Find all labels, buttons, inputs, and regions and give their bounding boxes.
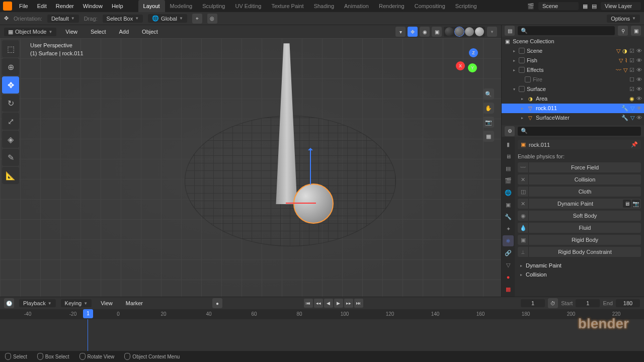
navigation-gizmo[interactable]: Z X Y bbox=[456, 48, 491, 83]
outliner-tree[interactable]: ▣Scene Collection ▸ Scene ▽◑ ☑👁 ▸ Fish ▽… bbox=[502, 37, 644, 125]
tool-annotate[interactable]: ✎ bbox=[2, 149, 19, 166]
zoom-icon[interactable]: 🔍 bbox=[483, 88, 494, 100]
workspace-texture[interactable]: Texture Paint bbox=[266, 0, 308, 12]
play-forward[interactable]: ▶ bbox=[334, 299, 343, 308]
gizmo-z-axis[interactable] bbox=[310, 149, 311, 185]
view-menu[interactable]: View bbox=[61, 26, 82, 38]
current-frame[interactable]: 1 bbox=[521, 299, 545, 307]
tab-world[interactable]: 🌐 bbox=[503, 187, 514, 198]
menu-render[interactable]: Render bbox=[52, 0, 78, 12]
physics-rigidbody[interactable]: ▣Rigid Body bbox=[518, 235, 641, 245]
browse-scene-icon[interactable]: ▦ bbox=[583, 3, 588, 10]
jump-end[interactable]: ⏭ bbox=[354, 299, 363, 308]
timeline-view[interactable]: View bbox=[97, 297, 117, 309]
physics-rigidbodyconstraint[interactable]: ⟂Rigid Body Constraint bbox=[518, 247, 641, 257]
playhead[interactable]: 1 bbox=[83, 309, 93, 318]
tool-scale[interactable]: ⤢ bbox=[2, 113, 19, 130]
outliner-new-collection[interactable]: ▣ bbox=[631, 26, 641, 36]
tab-constraints[interactable]: 🔗 bbox=[503, 247, 514, 258]
tool-move[interactable]: ✥ bbox=[2, 76, 19, 94]
workspace-scripting[interactable]: Scripting bbox=[450, 0, 482, 12]
axis-x[interactable]: X bbox=[456, 61, 465, 70]
tab-mesh[interactable]: ▽ bbox=[503, 259, 514, 270]
perspective-icon[interactable]: ▦ bbox=[483, 131, 494, 142]
tree-item-surfacewater[interactable]: ▸▽ SurfaceWater 🔧▽ 👁 bbox=[502, 113, 644, 123]
tool-transform[interactable]: ◈ bbox=[2, 131, 19, 148]
select-menu[interactable]: Select bbox=[87, 26, 110, 38]
snap-toggle[interactable]: ⌖ bbox=[192, 14, 202, 24]
outliner-filter[interactable]: ⚲ bbox=[618, 26, 628, 36]
xray-toggle[interactable]: ▣ bbox=[432, 27, 442, 37]
outliner-search[interactable]: 🔍 bbox=[518, 26, 615, 35]
workspace-rendering[interactable]: Rendering bbox=[374, 0, 410, 12]
orientation-dropdown[interactable]: Default▼ bbox=[47, 15, 79, 23]
props-display[interactable]: ⚙ bbox=[505, 126, 515, 136]
tab-output[interactable]: 🖥 bbox=[503, 151, 514, 162]
tab-texture[interactable]: ▩ bbox=[503, 284, 514, 295]
panel-collision[interactable]: ▸Collision bbox=[518, 270, 641, 279]
physics-collision[interactable]: ✕Collision bbox=[518, 174, 641, 185]
props-search[interactable]: 🔍 bbox=[518, 127, 641, 136]
menu-edit[interactable]: Edit bbox=[33, 0, 51, 12]
tab-particles[interactable]: ✦ bbox=[503, 223, 514, 234]
physics-fluid[interactable]: 💧Fluid bbox=[518, 223, 641, 233]
camera-icon[interactable]: 📷 bbox=[483, 117, 494, 128]
physics-cloth[interactable]: ◫Cloth bbox=[518, 187, 641, 197]
menu-file[interactable]: File bbox=[15, 0, 32, 12]
tree-item-fish[interactable]: ▸ Fish ▽⌇ ☑👁 bbox=[502, 56, 644, 65]
timeline-track[interactable] bbox=[0, 319, 644, 351]
tool-measure[interactable]: 📐 bbox=[2, 167, 19, 184]
tree-item-area[interactable]: ▸◑ Area ◉ 👁 bbox=[502, 94, 644, 104]
play-reverse[interactable]: ◀ bbox=[324, 299, 333, 308]
select-visibility[interactable]: ▾ bbox=[395, 27, 406, 37]
preview-range-icon[interactable]: ⏱ bbox=[548, 298, 558, 308]
outliner-display-mode[interactable]: ▤ bbox=[505, 26, 515, 36]
tool-rotate[interactable]: ↻ bbox=[2, 95, 19, 112]
workspace-compositing[interactable]: Compositing bbox=[410, 0, 450, 12]
tree-item-surface[interactable]: ▾ Surface ☑👁 bbox=[502, 84, 644, 94]
overlay-toggle[interactable]: ◉ bbox=[420, 27, 430, 37]
tree-item-rock011[interactable]: ▸▽ rock.011 🔧▽ 👁 bbox=[502, 104, 644, 113]
tree-scene-collection[interactable]: ▣Scene Collection bbox=[502, 37, 644, 46]
add-menu[interactable]: Add bbox=[115, 26, 133, 38]
axis-y[interactable]: Y bbox=[468, 63, 477, 72]
workspace-sculpting[interactable]: Sculpting bbox=[197, 0, 230, 12]
options-dropdown[interactable]: Options▼ bbox=[607, 15, 640, 23]
workspace-animation[interactable]: Animation bbox=[339, 0, 374, 12]
shading-solid[interactable] bbox=[455, 27, 464, 36]
cursor-tool-icon[interactable]: ✥ bbox=[4, 15, 9, 22]
physics-forcefield[interactable]: 〰Force Field bbox=[518, 162, 641, 172]
workspace-uv[interactable]: UV Editing bbox=[230, 0, 266, 12]
tab-modifiers[interactable]: 🔧 bbox=[503, 211, 514, 222]
axis-z[interactable]: Z bbox=[469, 48, 478, 57]
timeline-ruler[interactable]: -40 -20 0 20 40 60 80 100 120 140 160 18… bbox=[0, 309, 644, 319]
viewlayer-field[interactable]: View Layer bbox=[601, 2, 641, 10]
shading-material[interactable] bbox=[465, 27, 474, 36]
timeline-mode[interactable]: 🕐 bbox=[4, 298, 14, 308]
pin-icon[interactable]: 📌 bbox=[631, 141, 638, 148]
object-menu[interactable]: Object bbox=[138, 26, 162, 38]
timeline-marker[interactable]: Marker bbox=[122, 297, 147, 309]
drag-dropdown[interactable]: Select Box▼ bbox=[103, 15, 143, 23]
pan-icon[interactable]: ✋ bbox=[483, 103, 494, 114]
tab-material[interactable]: ● bbox=[503, 272, 514, 283]
panel-dynamicpaint[interactable]: ▸Dynamic Paint bbox=[518, 261, 641, 270]
tab-physics[interactable]: ⚛ bbox=[503, 235, 514, 246]
tab-render[interactable]: ▮ bbox=[503, 139, 514, 150]
jump-start[interactable]: ⏮ bbox=[304, 299, 313, 308]
physics-softbody[interactable]: ◉Soft Body bbox=[518, 211, 641, 221]
tool-select-box[interactable]: ⬚ bbox=[2, 40, 19, 57]
keyframe-prev[interactable]: ◂◂ bbox=[314, 299, 323, 308]
menu-window[interactable]: Window bbox=[79, 0, 107, 12]
workspace-modeling[interactable]: Modeling bbox=[165, 0, 198, 12]
playback-menu[interactable]: Playback▼ bbox=[19, 299, 56, 307]
menu-help[interactable]: Help bbox=[108, 0, 127, 12]
tree-item-effects[interactable]: ▸ Effects 〰▽ ☑👁 bbox=[502, 65, 644, 75]
tab-scene[interactable]: 🎬 bbox=[503, 175, 514, 186]
tab-viewlayer[interactable]: ▤ bbox=[503, 163, 514, 174]
dp-camera-icon[interactable]: 📷 bbox=[632, 200, 640, 208]
show-gizmo[interactable]: ✥ bbox=[408, 27, 418, 37]
shading-options[interactable]: ▼ bbox=[487, 27, 497, 37]
tool-cursor[interactable]: ⊕ bbox=[2, 58, 19, 75]
start-frame[interactable]: 1 bbox=[576, 299, 600, 307]
